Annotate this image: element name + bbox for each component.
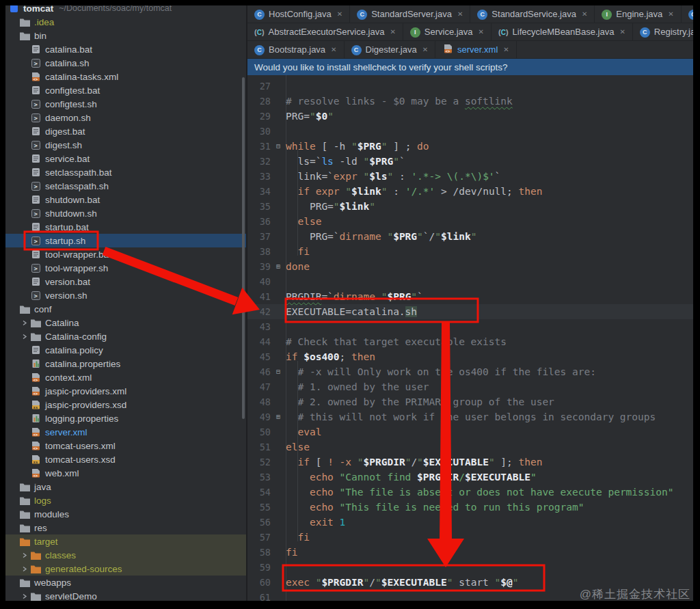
tab-Digester.java[interactable]: CDigester.java✕ xyxy=(345,41,436,58)
tree-item-web.xml[interactable]: <>web.xml xyxy=(5,466,246,480)
chevron-right-icon[interactable] xyxy=(19,552,30,558)
close-icon[interactable]: ✕ xyxy=(331,46,336,53)
close-icon[interactable]: ✕ xyxy=(479,28,484,36)
chevron-right-icon[interactable] xyxy=(19,334,30,340)
code-line-43[interactable]: 43 xyxy=(247,319,693,334)
chevron-right-icon[interactable] xyxy=(19,320,30,326)
chevron-right-icon[interactable] xyxy=(19,566,30,572)
fold-end-icon[interactable]: ⊞ xyxy=(271,259,286,274)
tab-HostConfig.java[interactable]: CHostConfig.java✕ xyxy=(247,5,350,23)
tree-item-logging.properties[interactable]: logging.properties xyxy=(5,411,246,425)
tree-item-setclasspath.sh[interactable]: >setclasspath.sh xyxy=(5,179,246,193)
tree-item-generated-sources[interactable]: generated-sources xyxy=(5,562,246,576)
tree-item-catalina.sh[interactable]: >catalina.sh xyxy=(5,56,246,70)
code-line-35[interactable]: 35 PRG="$link" xyxy=(247,199,693,214)
code-line-57[interactable]: 57 fi xyxy=(247,530,693,545)
code-line-41[interactable]: 41PRGDIR=`dirname "$PRG"` xyxy=(247,289,693,304)
tree-item-digest.sh[interactable]: >digest.sh xyxy=(5,138,246,152)
tab-StandardServer.java[interactable]: CStandardServer.java✕ xyxy=(350,5,470,23)
tab-StandardService.java[interactable]: CStandardService.java✕ xyxy=(470,5,595,23)
fold-open-icon[interactable]: ⊟ xyxy=(271,139,286,154)
code-line-28[interactable]: 28# resolve links - $0 may be a softlink xyxy=(247,94,693,109)
code-line-42[interactable]: 42EXECUTABLE=catalina.sh xyxy=(247,304,693,319)
tree-item-startup.bat[interactable]: startup.bat xyxy=(5,220,246,234)
tree-item-jaspic-providers.xml[interactable]: <>jaspic-providers.xml xyxy=(5,384,246,398)
code-line-29[interactable]: 29PRG="$0" xyxy=(247,109,693,124)
tree-item-server.xml[interactable]: <>server.xml xyxy=(5,425,246,439)
code-line-39[interactable]: 39⊞done xyxy=(247,259,693,274)
close-icon[interactable]: ✕ xyxy=(422,46,428,53)
tree-item-java[interactable]: java xyxy=(5,480,246,493)
fold-end-icon[interactable]: ⊞ xyxy=(271,409,286,424)
code-line-38[interactable]: 38 fi xyxy=(247,244,693,259)
tab-Registry.java[interactable]: CRegistry.java✕ xyxy=(633,23,693,40)
close-icon[interactable]: ✕ xyxy=(582,10,587,18)
tab-AbstractExecutorService.java[interactable]: (C)AbstractExecutorService.java✕ xyxy=(247,23,403,40)
code-line-53[interactable]: 53 echo "Cannot find $PRGDIR/$EXECUTABLE… xyxy=(247,470,693,485)
code-line-36[interactable]: 36 else xyxy=(247,214,693,229)
tree-item-setclasspath.bat[interactable]: setclasspath.bat xyxy=(5,165,246,179)
code-line-32[interactable]: 32 ls=`ls -ld "$PRG"` xyxy=(247,154,693,169)
code-line-48[interactable]: 48 # 2. owned by the PRIMARY group of th… xyxy=(247,394,693,409)
code-line-58[interactable]: 58fi xyxy=(247,545,693,560)
tree-item-version.bat[interactable]: version.bat xyxy=(5,275,246,288)
chevron-right-icon[interactable] xyxy=(19,593,30,599)
tree-item-context.xml[interactable]: <>context.xml xyxy=(5,370,246,384)
code-line-45[interactable]: 45if $os400; then xyxy=(247,349,693,364)
code-line-31[interactable]: 31⊟while [ -h "$PRG" ] ; do xyxy=(247,139,693,154)
tab-StandardEn[interactable]: CStandardEn xyxy=(682,5,693,23)
tab-LifecycleMBeanBase.java[interactable]: (C)LifecycleMBeanBase.java✕ xyxy=(492,23,633,40)
tree-item-catalina.bat[interactable]: catalina.bat xyxy=(5,42,246,56)
close-icon[interactable]: ✕ xyxy=(668,10,673,18)
code-line-52[interactable]: 52 if [ ! -x "$PRGDIR"/"$EXECUTABLE" ]; … xyxy=(247,455,693,470)
code-line-46[interactable]: 46⊟ # -x will Only work on the os400 if … xyxy=(247,364,693,379)
tree-item-digest.bat[interactable]: digest.bat xyxy=(5,124,246,138)
tree-item-modules[interactable]: modules xyxy=(5,507,246,521)
tab-Service.java[interactable]: IService.java✕ xyxy=(403,23,492,40)
tree-item-version.sh[interactable]: >version.sh xyxy=(5,288,246,302)
tree-scrollbar[interactable] xyxy=(242,77,245,419)
tree-item-.idea[interactable]: .idea xyxy=(5,15,246,29)
tree-item-shutdown.sh[interactable]: >shutdown.sh xyxy=(5,206,246,220)
code-line-56[interactable]: 56 exit 1 xyxy=(247,515,693,530)
code-line-30[interactable]: 30 xyxy=(247,124,693,139)
tab-server.xml[interactable]: <>server.xml✕ xyxy=(435,41,517,58)
code-line-34[interactable]: 34 if expr "$link" : '/.*' > /dev/null; … xyxy=(247,184,693,199)
tree-item-Catalina-config[interactable]: Catalina-config xyxy=(5,329,246,343)
tree-item-configtest.bat[interactable]: configtest.bat xyxy=(5,83,246,97)
tree-item-service.bat[interactable]: service.bat xyxy=(5,152,246,165)
tree-item-configtest.sh[interactable]: >configtest.sh xyxy=(5,97,246,111)
code-line-33[interactable]: 33 link=`expr "$ls" : '.*-> \(.*\)$'` xyxy=(247,169,693,184)
tree-item-daemon.sh[interactable]: >daemon.sh xyxy=(5,111,246,124)
close-icon[interactable]: ✕ xyxy=(457,10,463,18)
close-icon[interactable]: ✕ xyxy=(619,28,625,36)
tree-item-startup.sh[interactable]: >startup.sh xyxy=(5,234,246,247)
code-line-47[interactable]: 47 # 1. owned by the user xyxy=(247,379,693,394)
code-line-37[interactable]: 37 PRG=`dirname "$PRG"`/"$link" xyxy=(247,229,693,244)
tree-item-tomcat-users.xml[interactable]: <>tomcat-users.xml xyxy=(5,439,246,452)
tree-item-classes[interactable]: classes xyxy=(5,548,246,562)
tab-Bootstrap.java[interactable]: CBootstrap.java✕ xyxy=(247,41,345,58)
close-icon[interactable]: ✕ xyxy=(503,46,509,53)
code-line-54[interactable]: 54 echo "The file is absent or does not … xyxy=(247,485,693,500)
tree-item-target[interactable]: target xyxy=(5,534,246,548)
code-line-50[interactable]: 50 eval xyxy=(247,424,693,439)
tab-Engine.java[interactable]: IEngine.java✕ xyxy=(595,5,681,23)
tree-item-catalina-tasks.xml[interactable]: <>catalina-tasks.xml xyxy=(5,70,246,83)
code-line-49[interactable]: 49⊞ # this will not work if the user bel… xyxy=(247,409,693,424)
tree-item-tool-wrapper.bat[interactable]: tool-wrapper.bat xyxy=(5,247,246,261)
code-line-27[interactable]: 27 xyxy=(247,79,693,94)
tree-item-tool-wrapper.sh[interactable]: >tool-wrapper.sh xyxy=(5,261,246,275)
code-line-51[interactable]: 51else xyxy=(247,439,693,455)
code-line-59[interactable]: 59 xyxy=(247,560,693,575)
tree-item-bin[interactable]: bin xyxy=(5,29,246,42)
tree-item-logs[interactable]: logs xyxy=(5,493,246,507)
code-line-40[interactable]: 40 xyxy=(247,274,693,289)
tree-item-jaspic-providers.xsd[interactable]: xsjaspic-providers.xsd xyxy=(5,398,246,411)
tree-item-tomcat-users.xsd[interactable]: xstomcat-users.xsd xyxy=(5,452,246,466)
tree-item-conf[interactable]: conf xyxy=(5,302,246,316)
tree-item-res[interactable]: res xyxy=(5,521,246,534)
tree-root-item[interactable]: tomcat~/Documents/soac/my/tomcat xyxy=(5,5,246,15)
code-editor[interactable]: 2728# resolve links - $0 may be a softli… xyxy=(247,75,693,601)
code-line-55[interactable]: 55 echo "This file is needed to run this… xyxy=(247,500,693,515)
